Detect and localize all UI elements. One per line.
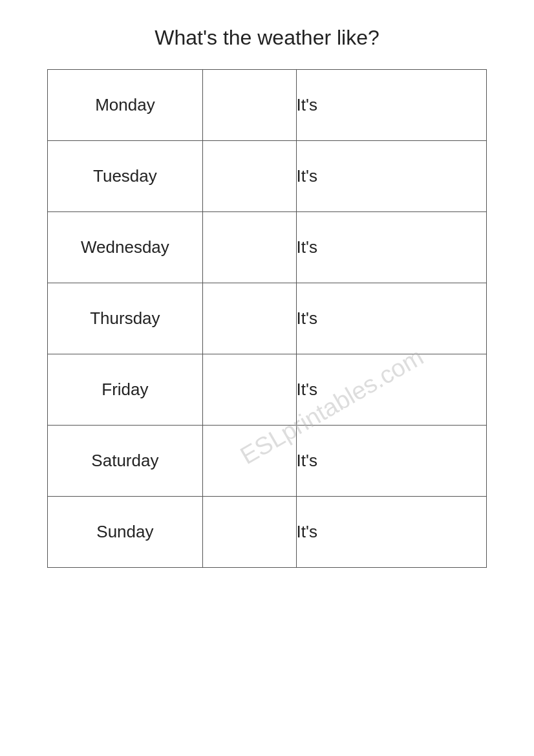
day-cell: Sunday xyxy=(48,497,203,568)
day-cell: Wednesday xyxy=(48,212,203,283)
answer-cell: It's xyxy=(296,212,487,283)
table-row: FridayIt's xyxy=(48,354,487,426)
table-row: MondayIt's xyxy=(48,70,487,141)
day-cell: Saturday xyxy=(48,426,203,497)
image-cell xyxy=(202,141,296,212)
page-title: What's the weather like? xyxy=(155,26,379,50)
answer-cell: It's xyxy=(296,283,487,354)
image-cell xyxy=(202,354,296,426)
day-cell: Tuesday xyxy=(48,141,203,212)
table-wrapper: MondayIt'sTuesdayIt'sWednesdayIt'sThursd… xyxy=(47,69,487,568)
table-row: ThursdayIt's xyxy=(48,283,487,354)
table-row: SaturdayIt's xyxy=(48,426,487,497)
table-row: TuesdayIt's xyxy=(48,141,487,212)
day-cell: Friday xyxy=(48,354,203,426)
answer-cell: It's xyxy=(296,354,487,426)
image-cell xyxy=(202,70,296,141)
image-cell xyxy=(202,497,296,568)
image-cell xyxy=(202,212,296,283)
day-cell: Thursday xyxy=(48,283,203,354)
weather-table: MondayIt'sTuesdayIt'sWednesdayIt'sThursd… xyxy=(47,69,487,568)
table-row: SundayIt's xyxy=(48,497,487,568)
image-cell xyxy=(202,426,296,497)
answer-cell: It's xyxy=(296,141,487,212)
day-cell: Monday xyxy=(48,70,203,141)
table-row: WednesdayIt's xyxy=(48,212,487,283)
answer-cell: It's xyxy=(296,70,487,141)
answer-cell: It's xyxy=(296,426,487,497)
image-cell xyxy=(202,283,296,354)
answer-cell: It's xyxy=(296,497,487,568)
